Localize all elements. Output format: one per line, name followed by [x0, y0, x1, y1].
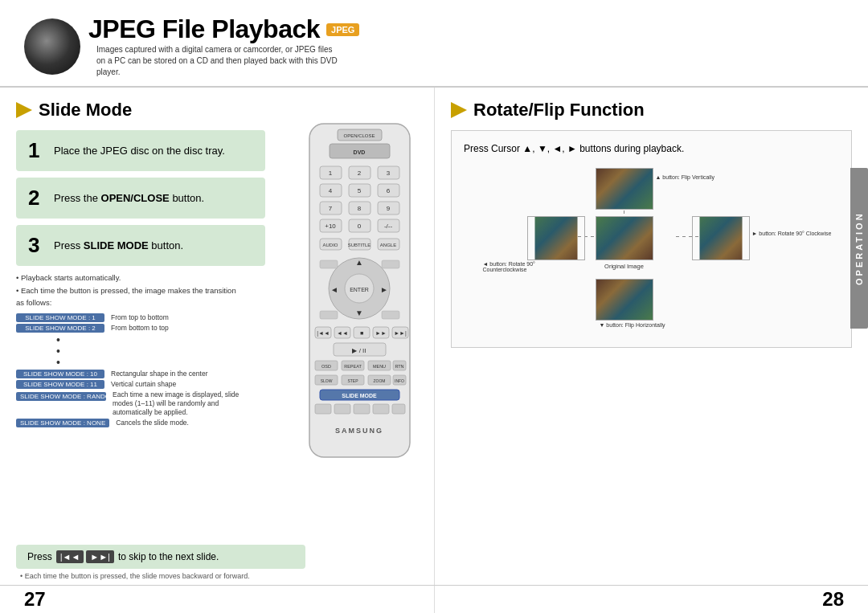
slide-mode-title: Slide Mode — [16, 100, 418, 121]
svg-rect-80 — [392, 404, 405, 414]
step-1: 1 Place the JPEG disc on the disc tray. — [16, 130, 265, 171]
next-btn: ►►| — [86, 550, 114, 563]
note-2: • Each time the button is pressed, the i… — [16, 285, 241, 309]
slide-mode-table: SLIDE SHOW MODE : 1 From top to bottom S… — [16, 313, 241, 427]
svg-text:8: 8 — [358, 205, 362, 212]
slide-row-none: SLIDE SHOW MODE : NONE Cancels the slide… — [16, 419, 241, 427]
svg-text:▼: ▼ — [355, 309, 363, 317]
svg-text:INFO: INFO — [395, 378, 404, 383]
svg-text:ANGLE: ANGLE — [380, 243, 396, 247]
prev-btn: |◄◄ — [56, 550, 84, 563]
page-number-left: 27 — [24, 588, 46, 611]
svg-text:SUBTITLE: SUBTITLE — [348, 243, 371, 247]
slide-dots: • • • — [56, 334, 241, 368]
slide-row-1: SLIDE SHOW MODE : 1 From top to bottom — [16, 313, 241, 322]
original-image — [596, 216, 653, 260]
svg-text:SLIDE MODE: SLIDE MODE — [342, 393, 377, 398]
main-content: Slide Mode 1 Place the JPEG disc on the … — [0, 88, 868, 613]
bottom-image — [596, 279, 653, 321]
step-3: 3 Press SLIDE MODE button. — [16, 225, 265, 266]
svg-text:4: 4 — [329, 187, 333, 194]
step-2: 2 Press the OPEN/CLOSE button. — [16, 178, 265, 219]
left-label: ◄ button: Rotate 90°Counterclockwise — [483, 261, 535, 272]
svg-text:ZOOM: ZOOM — [374, 378, 386, 383]
svg-text:5: 5 — [358, 187, 362, 194]
logo-disc — [24, 18, 80, 75]
svg-text:7: 7 — [329, 205, 333, 212]
svg-text:-/--: -/-- — [384, 223, 393, 230]
svg-text:|◄◄: |◄◄ — [317, 330, 330, 337]
bottom-bar: 27 28 — [0, 585, 868, 613]
note-1: • Playback starts automatically. — [16, 272, 241, 284]
original-label: Original Image — [596, 263, 653, 270]
svg-rect-43 — [382, 260, 399, 268]
skip-area: Press |◄◄ ►►| to skip to the next slide.… — [16, 545, 305, 580]
svg-text:9: 9 — [387, 205, 391, 212]
operation-sidebar: OPERATION — [850, 168, 868, 329]
slide-row-2: SLIDE SHOW MODE : 2 From bottom to top — [16, 324, 241, 333]
slide-row-11: SLIDE SHOW MODE : 11 Vertical curtain sh… — [16, 380, 241, 389]
svg-text:3: 3 — [387, 170, 391, 177]
svg-text:▶ / II: ▶ / II — [352, 347, 366, 354]
svg-text:6: 6 — [387, 187, 391, 194]
svg-rect-42 — [320, 260, 338, 268]
svg-text:■: ■ — [360, 330, 363, 336]
step-3-text: Press SLIDE MODE button. — [54, 239, 183, 251]
svg-text:◄: ◄ — [330, 285, 338, 294]
svg-rect-45 — [382, 311, 399, 319]
svg-text:►►: ►► — [375, 330, 387, 336]
svg-text:OSD: OSD — [321, 364, 331, 369]
left-image — [527, 216, 585, 260]
svg-rect-44 — [320, 311, 338, 319]
svg-text:0: 0 — [358, 223, 362, 230]
right-label: ► button: Rotate 90° Clockwise — [752, 231, 832, 236]
rotate-diagram: Original Image ▲ button: Flip Vertically… — [483, 166, 821, 327]
page-header: JPEG File Playback JPEG Images captured … — [0, 0, 868, 88]
svg-text:◄◄: ◄◄ — [337, 330, 348, 336]
svg-text:REPEAT: REPEAT — [344, 364, 362, 369]
playback-notes: • Playback starts automatically. • Each … — [16, 272, 241, 309]
bottom-label: ▼ button: Flip Horizontally — [600, 322, 665, 328]
step-1-text: Place the JPEG disc on the disc tray. — [54, 145, 225, 157]
page-title: JPEG File Playback — [88, 14, 320, 44]
svg-rect-78 — [354, 404, 370, 414]
header-description: Images captured with a digital camera or… — [96, 44, 338, 78]
svg-text:RTN: RTN — [395, 364, 403, 369]
svg-text:OPEN/CLOSE: OPEN/CLOSE — [343, 133, 375, 138]
svg-text:SAMSUNG: SAMSUNG — [335, 427, 383, 435]
top-image — [596, 168, 653, 210]
rotate-flip-title: Rotate/Flip Function — [451, 100, 852, 121]
left-panel: Slide Mode 1 Place the JPEG disc on the … — [0, 88, 434, 613]
skip-note: • Each time the button is pressed, the s… — [20, 572, 305, 580]
step-2-text: Press the OPEN/CLOSE button. — [54, 192, 204, 204]
slide-row-random: SLIDE SHOW MODE : RANDOM Each time a new… — [16, 390, 241, 417]
svg-text:►: ► — [380, 285, 388, 294]
title-icon-right — [451, 102, 467, 118]
svg-text:▲: ▲ — [355, 258, 363, 267]
svg-rect-77 — [334, 404, 350, 414]
skip-suffix: to skip to the next slide. — [118, 551, 219, 562]
svg-text:+10: +10 — [325, 223, 336, 230]
svg-text:SLOW: SLOW — [321, 378, 333, 383]
svg-text:DVD: DVD — [354, 149, 366, 155]
remote-svg: OPEN/CLOSE DVD — [297, 120, 422, 465]
jpeg-badge: JPEG — [326, 23, 359, 36]
title-icon — [16, 102, 32, 118]
top-label: ▲ button: Flip Vertically — [656, 174, 714, 180]
svg-text:ENTER: ENTER — [350, 287, 369, 292]
svg-text:AUDIO: AUDIO — [322, 243, 338, 247]
skip-press: Press — [27, 551, 52, 562]
rotate-box: Press Cursor ▲, ▼, ◄, ► buttons during p… — [451, 130, 852, 348]
right-panel: Rotate/Flip Function Press Cursor ▲, ▼, … — [434, 88, 868, 613]
svg-text:►►|: ►►| — [394, 330, 407, 337]
page-number-right: 28 — [822, 588, 844, 611]
remote-control: OPEN/CLOSE DVD — [297, 120, 426, 468]
rotate-instruction: Press Cursor ▲, ▼, ◄, ► buttons during p… — [464, 143, 839, 154]
right-image — [692, 216, 750, 260]
svg-text:STEP: STEP — [347, 378, 358, 383]
svg-text:2: 2 — [358, 170, 362, 177]
svg-rect-79 — [373, 404, 389, 414]
svg-rect-76 — [315, 404, 331, 414]
svg-text:MENU: MENU — [373, 364, 386, 369]
svg-text:1: 1 — [329, 170, 333, 177]
